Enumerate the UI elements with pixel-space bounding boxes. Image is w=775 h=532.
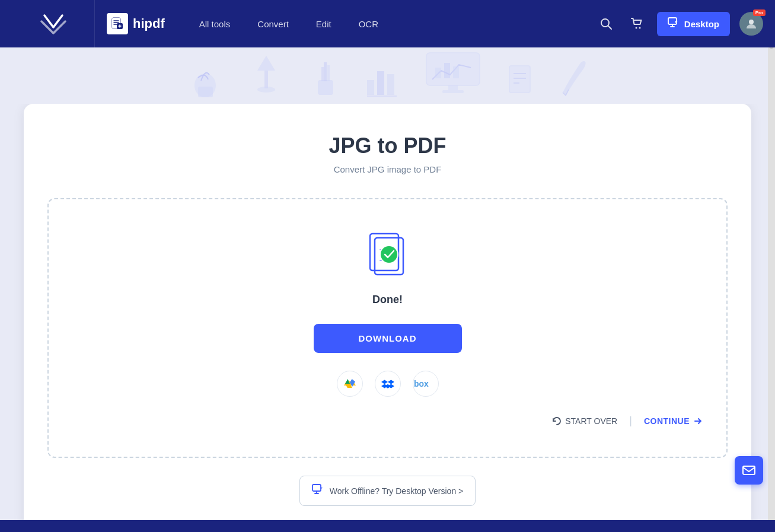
actions-divider: |	[629, 415, 632, 427]
svg-rect-16	[367, 80, 374, 95]
svg-point-7	[749, 20, 754, 24]
svg-rect-12	[318, 80, 333, 95]
mail-fab-button[interactable]	[735, 456, 763, 485]
main-card: JPG to PDF Convert JPG image to PDF	[24, 104, 751, 530]
nav-links: All tools Convert Edit OCR	[189, 14, 389, 34]
svg-point-5	[639, 27, 640, 29]
upload-area: Done! DOWNLOAD	[47, 198, 728, 458]
hero-lamp-icon	[245, 50, 287, 102]
start-over-button[interactable]: START OVER	[552, 416, 617, 426]
desktop-promo-text: Work Offline? Try Desktop Version >	[330, 486, 464, 496]
svg-rect-25	[442, 90, 464, 93]
pro-badge: Pro	[753, 9, 766, 16]
continue-label: CONTINUE	[644, 416, 690, 426]
svg-point-36	[381, 246, 397, 263]
hero-pen-icon	[557, 57, 586, 102]
nav-actions: Desktop Pro	[595, 12, 763, 36]
desktop-promo-banner[interactable]: Work Offline? Try Desktop Version >	[299, 476, 476, 506]
svg-rect-39	[743, 466, 755, 474]
done-label: Done!	[372, 294, 403, 306]
svg-rect-15	[321, 67, 324, 81]
svg-point-4	[635, 27, 637, 29]
scrollbar[interactable]	[768, 0, 775, 532]
footer	[0, 520, 775, 532]
svg-rect-13	[324, 62, 327, 81]
google-drive-button[interactable]	[337, 371, 363, 397]
hero-background	[0, 47, 775, 104]
svg-rect-17	[377, 71, 384, 95]
user-avatar[interactable]: Pro	[739, 12, 763, 36]
svg-rect-38	[312, 485, 321, 491]
desktop-promo-icon	[312, 483, 324, 498]
search-button[interactable]	[595, 13, 617, 34]
hero-bar-chart-icon	[364, 62, 400, 102]
download-button[interactable]: DOWNLOAD	[314, 324, 462, 353]
main-container: JPG to PDF Convert JPG image to PDF	[0, 104, 775, 532]
wondershare-logo	[39, 11, 68, 37]
hero-monitor-icon	[423, 50, 483, 102]
page-title: JPG to PDF	[47, 133, 728, 158]
nav-edit[interactable]: Edit	[305, 14, 342, 34]
nav-convert[interactable]: Convert	[247, 14, 299, 34]
hipdf-logo[interactable]: hipdf	[107, 13, 165, 34]
desktop-button[interactable]: Desktop	[657, 12, 730, 36]
navbar: hipdf All tools Convert Edit OCR	[0, 0, 775, 47]
desktop-icon	[668, 17, 680, 31]
desktop-btn-label: Desktop	[684, 19, 719, 29]
svg-rect-10	[264, 71, 268, 88]
cloud-save-icons: box	[337, 371, 439, 397]
box-button[interactable]: box	[413, 371, 439, 397]
success-icon	[364, 229, 412, 282]
svg-rect-26	[509, 66, 530, 93]
start-over-label: START OVER	[565, 416, 617, 426]
svg-rect-22	[444, 63, 450, 78]
svg-point-11	[257, 87, 275, 93]
svg-rect-18	[387, 74, 394, 95]
svg-text:box: box	[414, 379, 429, 388]
hero-plant-icon	[189, 57, 222, 102]
hero-icons	[189, 50, 586, 102]
continue-button[interactable]: CONTINUE	[644, 416, 703, 426]
action-row: START OVER | CONTINUE	[72, 409, 703, 427]
svg-rect-21	[435, 68, 441, 78]
svg-rect-24	[448, 85, 458, 90]
cart-button[interactable]	[626, 13, 648, 34]
hero-pencil-cup-icon	[311, 56, 340, 102]
hero-document-icon	[506, 63, 533, 102]
svg-point-9	[194, 74, 216, 97]
page-subtitle: Convert JPG image to PDF	[47, 164, 728, 174]
svg-rect-6	[668, 18, 677, 24]
svg-rect-23	[453, 66, 459, 78]
nav-all-tools[interactable]: All tools	[189, 14, 241, 34]
svg-rect-14	[327, 65, 330, 81]
nav-ocr[interactable]: OCR	[348, 14, 389, 34]
hipdf-name: hipdf	[133, 16, 165, 31]
dropbox-button[interactable]	[375, 371, 401, 397]
wondershare-brand[interactable]	[12, 0, 95, 47]
hipdf-icon	[107, 13, 128, 34]
